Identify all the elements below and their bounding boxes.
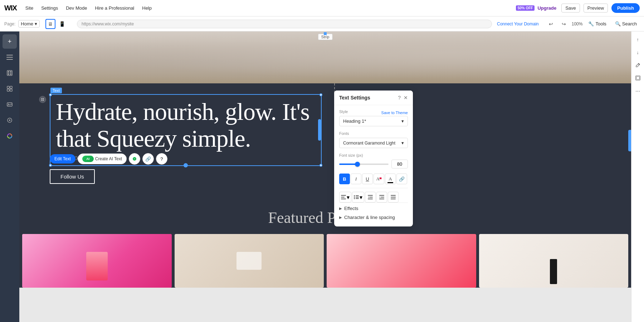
svg-rect-32 [356,198,359,199]
heading-text: Hydrate, nourish, glow. It's that Squeez… [56,98,316,152]
publish-button[interactable]: Publish [611,3,640,13]
tools-icon: 🔧 [588,21,594,26]
fontsize-section: Font size (px) [339,153,408,169]
wix-logo: WIX [4,4,17,12]
connect-domain-link[interactable]: Connect Your Domain [497,21,539,26]
panel-body: Style Save to Theme Heading 1* ▾ Fonts [334,105,413,226]
svg-rect-25 [341,197,345,197]
save-to-theme-button[interactable]: Save to Theme [381,111,408,115]
align-dropdown[interactable]: ▾ [339,192,351,203]
svg-rect-43 [636,77,639,79]
scroll-down-icon[interactable]: ↓ [633,47,643,57]
corner-handle-tl[interactable] [49,93,52,96]
pencil-icon[interactable] [633,60,643,70]
fonts-label: Fonts [339,131,408,136]
page-selector[interactable]: Home ▾ [18,20,40,28]
svg-rect-2 [6,59,13,60]
components-icon[interactable] [3,82,17,96]
resize-handle-right[interactable] [318,119,321,141]
outdent-button[interactable] [376,192,387,203]
apps-icon[interactable] [3,113,17,127]
text-element-label: Text [50,88,62,93]
create-ai-text-button[interactable]: AI Create AI Text [78,153,127,164]
rtl-button[interactable] [388,192,399,203]
indent-button[interactable] [365,192,376,203]
svg-rect-37 [381,197,384,197]
panel-close-button[interactable]: ✕ [404,95,408,101]
undo-button[interactable]: ↩ [546,19,556,29]
blue-accent-handle[interactable] [628,130,631,151]
svg-rect-3 [7,70,12,75]
link-format-button[interactable]: 🔗 [396,174,407,184]
svg-rect-23 [134,158,135,159]
bold-button[interactable]: B [339,174,350,184]
product-card-2[interactable] [175,234,324,288]
dark-section: Text Hydrate, nourish, glow. It's that S… [19,83,631,198]
mobile-icon[interactable]: 📱 [57,19,67,29]
corner-handle-tr[interactable] [319,93,322,96]
preview-button[interactable]: Preview [584,4,608,13]
font-size-input[interactable] [391,160,408,169]
nav-devmode[interactable]: Dev Mode [63,4,90,12]
redo-button[interactable]: ↪ [559,19,569,29]
follow-us-button[interactable]: Follow Us [50,169,95,184]
svg-point-31 [354,198,355,199]
color-icon[interactable] [3,129,17,143]
svg-rect-11 [10,89,12,91]
media-icon[interactable] [3,97,17,112]
style-dropdown[interactable]: Heading 1* ▾ [339,116,408,126]
pages-icon[interactable] [3,66,17,80]
svg-rect-33 [368,195,373,196]
effects-row[interactable]: ▶ Effects [339,203,408,213]
text-color-btn[interactable] [129,153,140,165]
svg-point-15 [9,119,10,121]
svg-rect-41 [391,199,396,199]
font-dropdown[interactable]: Cormorant Garamond Light ▾ [339,138,408,148]
scroll-up-icon[interactable]: ↑ [633,34,643,44]
svg-rect-8 [7,86,9,88]
edit-text-button[interactable]: Edit Text [50,154,75,164]
resize-handle-bottom[interactable] [184,163,188,167]
slider-thumb[interactable] [355,162,360,167]
product-card-4[interactable] [479,234,629,288]
list-dropdown[interactable]: ▾ [352,192,364,203]
more-icon[interactable]: ⋯ [633,86,643,96]
upgrade-button[interactable]: Upgrade [537,5,556,11]
tools-button[interactable]: 🔧 Tools [585,20,609,28]
save-button[interactable]: Save [561,4,580,13]
panel-help-button[interactable]: ? [398,95,401,101]
search-button[interactable]: 🔍 Search [612,20,640,28]
nav-help[interactable]: Help [139,4,155,12]
crop-icon[interactable] [633,73,643,83]
strip-handle-top[interactable] [324,32,327,35]
font-size-slider[interactable] [339,164,389,165]
align-bar: ▾ ▾ [339,192,408,203]
product-card-3[interactable] [327,234,476,288]
font-value: Cormorant Garamond Light [343,141,395,146]
svg-rect-26 [341,199,346,199]
desktop-icon[interactable]: 🖥 [45,19,55,29]
italic-button[interactable]: I [351,174,361,184]
style-value: Heading 1* [343,118,366,124]
nav-site[interactable]: Site [23,4,36,12]
underline-button[interactable]: U [362,174,373,184]
corner-handle-br[interactable] [319,164,322,167]
nav-hire[interactable]: Hire a Professional [92,4,137,12]
help-btn[interactable]: ? [156,153,167,165]
drag-handle[interactable] [39,96,46,103]
nav-settings[interactable]: Settings [38,4,61,12]
main-layout: + [0,31,644,322]
link-btn[interactable]: 🔗 [142,153,154,165]
text-color-button[interactable]: A▀ [374,174,384,184]
layers-icon[interactable] [3,50,17,64]
second-bar: Page: Home ▾ 🖥 📱 https://www.wix.com/mys… [0,16,644,31]
char-spacing-row[interactable]: ▶ Character & line spacing [339,213,408,222]
svg-rect-10 [7,89,9,91]
add-elements-icon[interactable]: + [3,34,17,49]
product-card-1[interactable] [22,234,172,288]
panel-title: Text Settings [339,95,370,101]
second-bar-right: ↩ ↪ 100% 🔧 Tools 🔍 Search [546,19,640,29]
url-display: https://www.wix.com/mysite [77,20,492,28]
products-row [19,234,631,288]
highlight-button[interactable]: A [385,174,396,184]
